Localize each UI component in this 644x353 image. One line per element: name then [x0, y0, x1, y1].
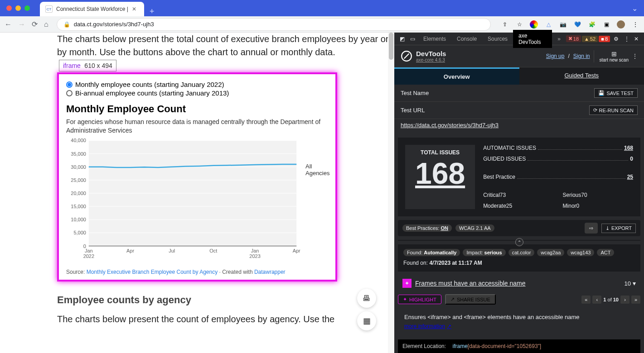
share-square-icon[interactable]: ⇨: [585, 223, 598, 234]
start-new-scan-button[interactable]: ⊞ start new scan: [594, 50, 629, 62]
ext-icon-1[interactable]: [530, 20, 538, 29]
signin-link[interactable]: Sign in: [573, 53, 590, 59]
home-button[interactable]: ⌂: [44, 20, 48, 29]
lock-icon: 🔒: [63, 21, 70, 28]
critical-count[interactable]: 73: [500, 192, 506, 198]
window-max-icon[interactable]: [24, 5, 30, 11]
inspect-icon[interactable]: ◩: [397, 36, 407, 42]
datawrapper-link[interactable]: Datawrapper: [254, 269, 286, 275]
page-scrollbar[interactable]: [388, 33, 394, 353]
minor-count: 0: [576, 203, 580, 209]
issue-title-link[interactable]: Frames must have an accessible name: [415, 280, 625, 287]
radio-monthly[interactable]: Monthly employee counts (starting Januar…: [66, 81, 328, 88]
sidepanel-icon[interactable]: ▣: [602, 20, 610, 29]
device-icon[interactable]: ▭: [407, 36, 418, 42]
svg-text:Jan: Jan: [251, 248, 259, 253]
tag-act: ACT: [597, 249, 614, 256]
section-agency-title: Employee counts by agency: [57, 294, 390, 306]
chart-source: Source: Monthly Executive Branch Employe…: [66, 269, 328, 275]
bookmark-star-icon[interactable]: ☆: [515, 20, 523, 29]
tab-more[interactable]: »: [552, 33, 566, 45]
svg-text:Jul: Jul: [169, 248, 175, 253]
window-close-icon[interactable]: [6, 5, 12, 11]
issue-dropdown-icon[interactable]: ▾: [633, 280, 636, 287]
window-min-icon[interactable]: [15, 5, 21, 11]
reload-button[interactable]: ⟳: [32, 20, 38, 29]
highlight-button[interactable]: ✦ HIGHLIGHT: [398, 295, 441, 304]
tag-wcag143: wcag143: [567, 249, 594, 256]
pager-next-icon[interactable]: ›: [620, 296, 629, 304]
share-icon[interactable]: ⇪: [501, 20, 509, 29]
axe-logo-icon: [401, 50, 412, 62]
source-link[interactable]: Monthly Executive Branch Employee Count …: [87, 269, 218, 275]
svg-text:Apr: Apr: [293, 248, 300, 253]
favicon-icon: CT: [45, 5, 53, 13]
impact-tag: Impact: serious: [463, 249, 505, 256]
pager-last-icon[interactable]: »: [631, 296, 640, 304]
chevron-down-icon[interactable]: ⌄: [632, 4, 644, 13]
present-button[interactable]: ▦: [357, 311, 376, 330]
url-text: data.ct.gov/stories/s/3hd7-ujh3: [74, 21, 154, 28]
chart-iframe-highlight: Monthly employee counts (starting Januar…: [57, 72, 337, 281]
url-bar[interactable]: 🔒 data.ct.gov/stories/s/3hd7-ujh3: [57, 18, 491, 31]
devtools-close-icon[interactable]: ✕: [632, 36, 640, 42]
radio-monthly-label: Monthly employee counts (starting Januar…: [75, 81, 224, 88]
tab-elements[interactable]: Elements: [418, 33, 451, 45]
svg-text:25,000: 25,000: [71, 177, 86, 183]
section-agency-para: The charts below present the count of em…: [57, 314, 390, 324]
inspector-tooltip: iframe 610 x 494: [59, 60, 116, 72]
devtools-panel: ◩ ▭ Elements Console Sources axe DevTool…: [394, 33, 644, 353]
pager-first-icon[interactable]: «: [581, 296, 591, 304]
profile-avatar-icon[interactable]: [617, 20, 625, 29]
extensions-icon[interactable]: 🧩: [588, 20, 596, 29]
subtab-overview[interactable]: Overview: [394, 67, 519, 85]
tab-close-icon[interactable]: ✕: [132, 6, 136, 12]
collapse-chevron-icon[interactable]: ⌃: [515, 238, 523, 246]
save-test-button[interactable]: 💾 SAVE TEST: [594, 88, 638, 98]
more-info-link[interactable]: more information ↗: [404, 323, 451, 329]
svg-text:Jan: Jan: [85, 248, 93, 253]
axe-menu-icon[interactable]: ⋮: [632, 53, 638, 59]
bp-toggle-pill[interactable]: Best Practices: ON: [402, 224, 452, 232]
svg-text:30,000: 30,000: [71, 164, 86, 170]
new-tab-button[interactable]: +: [144, 7, 160, 16]
chart-subtitle: For agencies whose human resource data i…: [66, 118, 328, 135]
bestpractice-count[interactable]: 25: [627, 174, 633, 180]
print-button[interactable]: 🖶: [357, 289, 376, 308]
ext-icon-axe[interactable]: △: [544, 20, 552, 29]
devtools-menu-icon[interactable]: ⋮: [622, 36, 631, 42]
share-issue-button[interactable]: ↗ SHARE ISSUE: [445, 294, 496, 305]
svg-text:35,000: 35,000: [71, 151, 86, 156]
total-issues-count[interactable]: 168: [415, 158, 465, 188]
moderate-count[interactable]: 25: [506, 203, 512, 209]
browser-tab[interactable]: CT Connecticut State Workforce | ✕: [40, 2, 144, 16]
tab-console[interactable]: Console: [451, 33, 482, 45]
issues-badge[interactable]: ■ 8: [599, 36, 610, 42]
svg-text:20,000: 20,000: [71, 191, 86, 196]
error-badge[interactable]: ✖ 18: [566, 35, 581, 42]
rerun-scan-button[interactable]: ⟳ RE-RUN SCAN: [589, 105, 638, 115]
scanned-url[interactable]: https://data.ct.gov/stories/s/3hd7-ujh3: [394, 119, 644, 134]
target-icon[interactable]: ✦: [402, 279, 412, 288]
menu-icon[interactable]: ⋮: [631, 20, 639, 29]
ext-icon-heart[interactable]: 💙: [573, 20, 581, 29]
radio-biannual[interactable]: Bi-annual employee counts (starting Janu…: [66, 89, 328, 97]
serious-count[interactable]: 70: [581, 192, 587, 198]
settings-gear-icon[interactable]: ⚙: [611, 36, 621, 42]
svg-text:2023: 2023: [249, 253, 260, 258]
wcag-pill[interactable]: WCAG 2.1 AA: [455, 224, 494, 232]
back-button[interactable]: ←: [5, 20, 12, 29]
tab-title: Connecticut State Workforce |: [56, 6, 128, 12]
svg-text:Apr: Apr: [126, 248, 134, 253]
element-location: Element Location: iframe[data-document-i…: [398, 339, 640, 353]
tab-sources[interactable]: Sources: [482, 33, 513, 45]
automatic-count[interactable]: 168: [624, 145, 633, 151]
test-name-label: Test Name: [401, 90, 429, 96]
pager-prev-icon[interactable]: ‹: [592, 296, 601, 304]
svg-text:2022: 2022: [83, 253, 94, 258]
ext-icon-camera[interactable]: 📷: [559, 20, 567, 29]
signup-link[interactable]: Sign up: [546, 53, 565, 59]
subtab-guided[interactable]: Guided Tests: [519, 67, 644, 85]
export-button[interactable]: ⤓ EXPORT: [601, 224, 636, 233]
warning-badge[interactable]: ▲ 52: [582, 36, 598, 42]
